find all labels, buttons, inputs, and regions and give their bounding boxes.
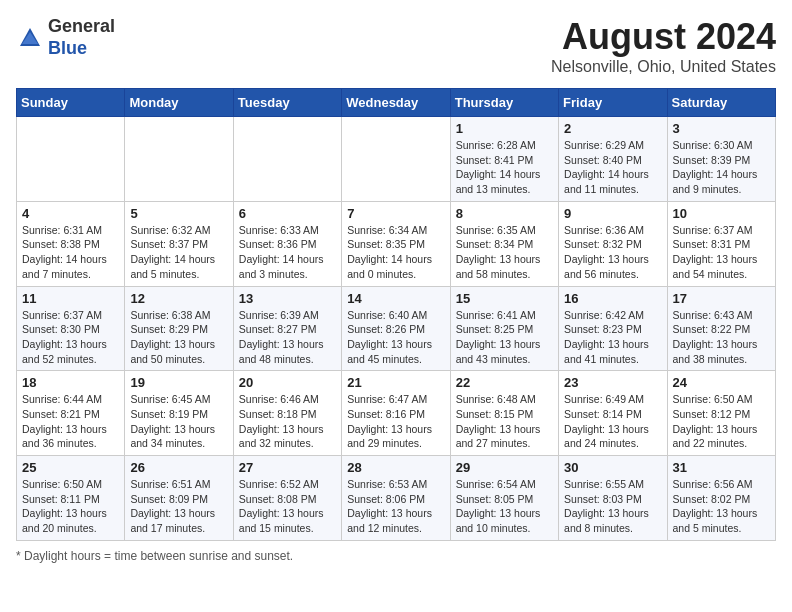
calendar-cell: 19Sunrise: 6:45 AM Sunset: 8:19 PM Dayli…	[125, 371, 233, 456]
day-number: 17	[673, 291, 770, 306]
day-number: 5	[130, 206, 227, 221]
day-of-week-header: Friday	[559, 89, 667, 117]
day-of-week-header: Saturday	[667, 89, 775, 117]
calendar-cell: 26Sunrise: 6:51 AM Sunset: 8:09 PM Dayli…	[125, 456, 233, 541]
calendar-cell: 9Sunrise: 6:36 AM Sunset: 8:32 PM Daylig…	[559, 201, 667, 286]
calendar-cell: 31Sunrise: 6:56 AM Sunset: 8:02 PM Dayli…	[667, 456, 775, 541]
calendar-cell: 6Sunrise: 6:33 AM Sunset: 8:36 PM Daylig…	[233, 201, 341, 286]
day-info: Sunrise: 6:45 AM Sunset: 8:19 PM Dayligh…	[130, 392, 227, 451]
page-header: General Blue August 2024 Nelsonville, Oh…	[16, 16, 776, 76]
day-number: 29	[456, 460, 553, 475]
day-info: Sunrise: 6:48 AM Sunset: 8:15 PM Dayligh…	[456, 392, 553, 451]
calendar-cell	[17, 117, 125, 202]
day-info: Sunrise: 6:54 AM Sunset: 8:05 PM Dayligh…	[456, 477, 553, 536]
day-number: 16	[564, 291, 661, 306]
day-info: Sunrise: 6:37 AM Sunset: 8:31 PM Dayligh…	[673, 223, 770, 282]
svg-marker-1	[22, 32, 38, 44]
day-of-week-header: Sunday	[17, 89, 125, 117]
day-info: Sunrise: 6:46 AM Sunset: 8:18 PM Dayligh…	[239, 392, 336, 451]
day-info: Sunrise: 6:30 AM Sunset: 8:39 PM Dayligh…	[673, 138, 770, 197]
day-info: Sunrise: 6:50 AM Sunset: 8:11 PM Dayligh…	[22, 477, 119, 536]
logo: General Blue	[16, 16, 115, 59]
day-info: Sunrise: 6:55 AM Sunset: 8:03 PM Dayligh…	[564, 477, 661, 536]
calendar-cell: 21Sunrise: 6:47 AM Sunset: 8:16 PM Dayli…	[342, 371, 450, 456]
day-number: 10	[673, 206, 770, 221]
day-info: Sunrise: 6:36 AM Sunset: 8:32 PM Dayligh…	[564, 223, 661, 282]
day-number: 1	[456, 121, 553, 136]
day-number: 31	[673, 460, 770, 475]
day-number: 15	[456, 291, 553, 306]
logo-general-text: General	[48, 16, 115, 36]
day-info: Sunrise: 6:51 AM Sunset: 8:09 PM Dayligh…	[130, 477, 227, 536]
day-number: 18	[22, 375, 119, 390]
calendar-cell: 20Sunrise: 6:46 AM Sunset: 8:18 PM Dayli…	[233, 371, 341, 456]
day-info: Sunrise: 6:40 AM Sunset: 8:26 PM Dayligh…	[347, 308, 444, 367]
calendar-cell: 30Sunrise: 6:55 AM Sunset: 8:03 PM Dayli…	[559, 456, 667, 541]
calendar-cell: 12Sunrise: 6:38 AM Sunset: 8:29 PM Dayli…	[125, 286, 233, 371]
calendar-cell: 7Sunrise: 6:34 AM Sunset: 8:35 PM Daylig…	[342, 201, 450, 286]
day-info: Sunrise: 6:37 AM Sunset: 8:30 PM Dayligh…	[22, 308, 119, 367]
day-number: 4	[22, 206, 119, 221]
day-info: Sunrise: 6:31 AM Sunset: 8:38 PM Dayligh…	[22, 223, 119, 282]
day-info: Sunrise: 6:49 AM Sunset: 8:14 PM Dayligh…	[564, 392, 661, 451]
calendar-cell	[342, 117, 450, 202]
title-area: August 2024 Nelsonville, Ohio, United St…	[551, 16, 776, 76]
day-info: Sunrise: 6:47 AM Sunset: 8:16 PM Dayligh…	[347, 392, 444, 451]
day-number: 23	[564, 375, 661, 390]
day-number: 30	[564, 460, 661, 475]
calendar-cell: 29Sunrise: 6:54 AM Sunset: 8:05 PM Dayli…	[450, 456, 558, 541]
day-info: Sunrise: 6:28 AM Sunset: 8:41 PM Dayligh…	[456, 138, 553, 197]
day-number: 6	[239, 206, 336, 221]
day-number: 12	[130, 291, 227, 306]
day-number: 9	[564, 206, 661, 221]
day-number: 20	[239, 375, 336, 390]
day-info: Sunrise: 6:35 AM Sunset: 8:34 PM Dayligh…	[456, 223, 553, 282]
calendar-cell: 15Sunrise: 6:41 AM Sunset: 8:25 PM Dayli…	[450, 286, 558, 371]
day-info: Sunrise: 6:52 AM Sunset: 8:08 PM Dayligh…	[239, 477, 336, 536]
day-number: 11	[22, 291, 119, 306]
day-number: 24	[673, 375, 770, 390]
day-info: Sunrise: 6:43 AM Sunset: 8:22 PM Dayligh…	[673, 308, 770, 367]
calendar-cell: 16Sunrise: 6:42 AM Sunset: 8:23 PM Dayli…	[559, 286, 667, 371]
day-number: 28	[347, 460, 444, 475]
day-info: Sunrise: 6:29 AM Sunset: 8:40 PM Dayligh…	[564, 138, 661, 197]
footer-note: * Daylight hours = time between sunrise …	[16, 549, 776, 563]
day-number: 2	[564, 121, 661, 136]
day-number: 13	[239, 291, 336, 306]
logo-icon	[16, 24, 44, 52]
day-of-week-header: Wednesday	[342, 89, 450, 117]
day-number: 22	[456, 375, 553, 390]
day-of-week-header: Thursday	[450, 89, 558, 117]
calendar-cell: 17Sunrise: 6:43 AM Sunset: 8:22 PM Dayli…	[667, 286, 775, 371]
day-info: Sunrise: 6:41 AM Sunset: 8:25 PM Dayligh…	[456, 308, 553, 367]
calendar-cell: 28Sunrise: 6:53 AM Sunset: 8:06 PM Dayli…	[342, 456, 450, 541]
calendar-cell: 22Sunrise: 6:48 AM Sunset: 8:15 PM Dayli…	[450, 371, 558, 456]
day-info: Sunrise: 6:50 AM Sunset: 8:12 PM Dayligh…	[673, 392, 770, 451]
calendar-cell: 18Sunrise: 6:44 AM Sunset: 8:21 PM Dayli…	[17, 371, 125, 456]
calendar-cell: 25Sunrise: 6:50 AM Sunset: 8:11 PM Dayli…	[17, 456, 125, 541]
day-info: Sunrise: 6:34 AM Sunset: 8:35 PM Dayligh…	[347, 223, 444, 282]
day-info: Sunrise: 6:44 AM Sunset: 8:21 PM Dayligh…	[22, 392, 119, 451]
calendar-cell: 2Sunrise: 6:29 AM Sunset: 8:40 PM Daylig…	[559, 117, 667, 202]
calendar-cell: 13Sunrise: 6:39 AM Sunset: 8:27 PM Dayli…	[233, 286, 341, 371]
day-info: Sunrise: 6:38 AM Sunset: 8:29 PM Dayligh…	[130, 308, 227, 367]
calendar-cell: 23Sunrise: 6:49 AM Sunset: 8:14 PM Dayli…	[559, 371, 667, 456]
calendar-cell: 11Sunrise: 6:37 AM Sunset: 8:30 PM Dayli…	[17, 286, 125, 371]
day-number: 26	[130, 460, 227, 475]
day-info: Sunrise: 6:56 AM Sunset: 8:02 PM Dayligh…	[673, 477, 770, 536]
calendar-cell: 1Sunrise: 6:28 AM Sunset: 8:41 PM Daylig…	[450, 117, 558, 202]
day-of-week-header: Monday	[125, 89, 233, 117]
day-number: 7	[347, 206, 444, 221]
day-of-week-header: Tuesday	[233, 89, 341, 117]
calendar-cell: 27Sunrise: 6:52 AM Sunset: 8:08 PM Dayli…	[233, 456, 341, 541]
day-number: 8	[456, 206, 553, 221]
calendar-cell: 3Sunrise: 6:30 AM Sunset: 8:39 PM Daylig…	[667, 117, 775, 202]
month-title: August 2024	[551, 16, 776, 58]
calendar-cell: 10Sunrise: 6:37 AM Sunset: 8:31 PM Dayli…	[667, 201, 775, 286]
calendar-cell: 14Sunrise: 6:40 AM Sunset: 8:26 PM Dayli…	[342, 286, 450, 371]
day-number: 14	[347, 291, 444, 306]
day-number: 19	[130, 375, 227, 390]
day-number: 27	[239, 460, 336, 475]
logo-blue-text: Blue	[48, 38, 87, 58]
location-title: Nelsonville, Ohio, United States	[551, 58, 776, 76]
